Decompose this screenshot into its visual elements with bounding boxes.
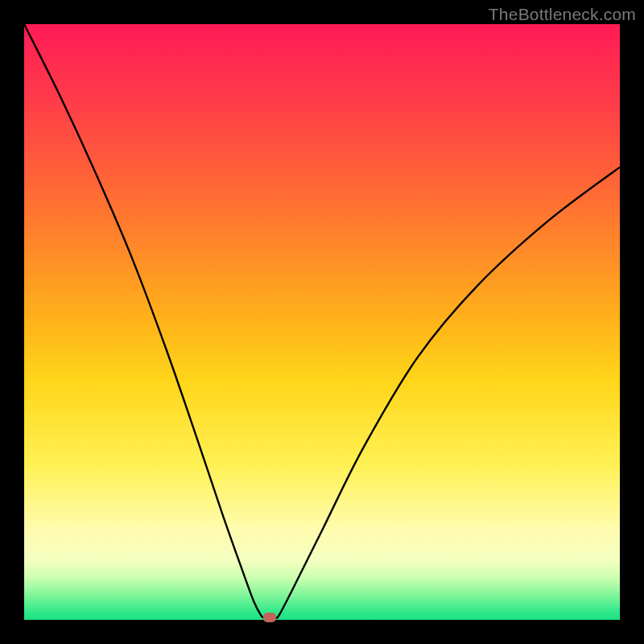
chart-frame: TheBottleneck.com <box>0 0 644 644</box>
bottleneck-curve <box>24 24 620 620</box>
min-marker <box>263 613 276 622</box>
watermark-text: TheBottleneck.com <box>489 5 636 24</box>
plot-area <box>24 24 620 620</box>
